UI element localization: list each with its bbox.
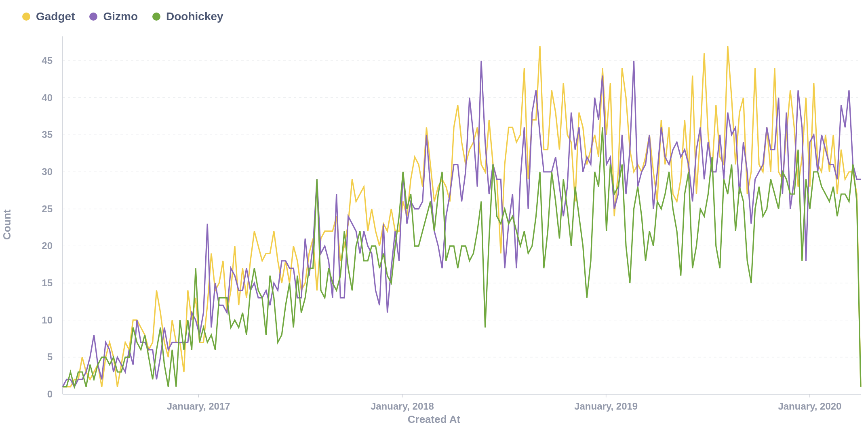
y-tick-label: 20 <box>42 240 53 251</box>
x-tick-label: January, 2017 <box>167 401 230 412</box>
y-axis-title: Count <box>1 209 13 240</box>
x-tick-label: January, 2019 <box>574 401 638 412</box>
x-axis-title: Created At <box>0 413 868 426</box>
y-tick-label: 45 <box>42 55 53 66</box>
x-tick-label: January, 2020 <box>778 401 841 412</box>
chart-plot[interactable]: 051015202530354045January, 2017January, … <box>0 0 868 429</box>
y-tick-label: 10 <box>42 315 53 325</box>
y-tick-label: 0 <box>47 389 53 399</box>
y-tick-label: 35 <box>42 129 53 140</box>
y-tick-label: 5 <box>47 351 53 362</box>
chart-container: Gadget Gizmo Doohickey 05101520253035404… <box>0 0 868 429</box>
y-tick-label: 30 <box>42 166 53 177</box>
y-tick-label: 25 <box>42 203 53 214</box>
y-axis-title-wrap: Count <box>4 0 20 429</box>
x-tick-label: January, 2018 <box>371 401 434 412</box>
y-tick-label: 40 <box>42 92 53 103</box>
y-tick-label: 15 <box>42 277 53 288</box>
